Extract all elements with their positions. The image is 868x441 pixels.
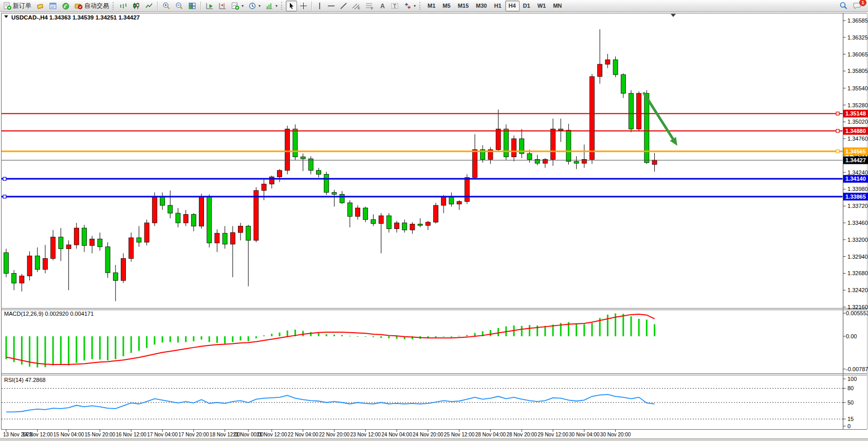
text-label-tool[interactable]: T [389,1,401,11]
bar-chart-icon [119,2,127,10]
macd-histogram-bar [638,319,640,336]
macd-histogram-bar [271,334,272,336]
macd-histogram-bar [6,336,7,359]
cursor-tool-button[interactable] [286,1,297,11]
toolbar-separator [200,2,201,10]
macd-histogram-bar [341,335,343,336]
hline-handle[interactable] [836,129,839,132]
bar-chart-button[interactable] [117,1,130,11]
timeframe-H1[interactable]: H1 [490,1,505,11]
fibonacci-icon: F [365,2,374,10]
candlestick [551,129,556,159]
macd-histogram-bar [466,335,468,336]
tile-windows-button[interactable] [186,1,198,11]
timeframe-M30[interactable]: M30 [472,1,490,11]
vertical-line-tool[interactable] [315,1,325,11]
symbol-ohlc-header: USDCAD-,H4 1.34363 1.34539 1.34251 1.344… [11,14,140,21]
channel-tool[interactable]: E [350,1,363,11]
candlestick [332,193,337,195]
candlestick [74,228,79,245]
timeframe-D1[interactable]: D1 [520,1,534,11]
data-window-button[interactable] [47,1,59,11]
timeframe-M1[interactable]: M1 [424,1,439,11]
search-button[interactable] [837,1,850,11]
new-chart-button[interactable]: ▾ [229,1,246,11]
hline-handle[interactable] [3,177,6,180]
notifications-button[interactable]: 1 [851,1,864,11]
candlestick [199,197,204,226]
timeframe-M15[interactable]: M15 [454,1,472,11]
auto-scroll-button[interactable] [204,1,216,11]
candlestick [574,161,579,163]
macd-histogram-bar [365,336,366,337]
candlestick [269,177,274,184]
timeframe-MN[interactable]: MN [549,1,565,11]
candlestick [356,208,360,216]
candlestick [395,223,399,228]
macd-histogram-bar [435,336,437,337]
chart-shift-button[interactable] [216,1,229,11]
macd-histogram-bar [240,336,242,340]
hline-handle[interactable] [3,195,6,198]
horizontal-line-tool[interactable] [325,1,337,11]
candlestick [434,205,438,222]
candlestick [238,226,243,233]
new-order-button[interactable]: 新订单 [2,1,33,11]
macd-histogram-bar [287,331,288,336]
macd-histogram-bar [193,336,194,341]
macd-histogram-bar [334,335,335,336]
price-tick-label: 1.36065 [847,51,868,57]
timeframe-label: W1 [535,3,548,9]
chart-background [0,12,868,441]
indicators-button[interactable]: ▾ [263,1,280,11]
crosshair-tool-button[interactable] [298,1,309,11]
zoom-out-button[interactable] [173,1,186,11]
window-bottom-edge [0,438,868,441]
timeframe-W1[interactable]: W1 [534,1,550,11]
hline-handle[interactable] [836,112,839,115]
candlestick [215,233,219,243]
horizontal-line-icon [327,2,335,10]
timeframe-M5[interactable]: M5 [439,1,454,11]
notification-badge: 1 [859,0,866,6]
arrows-tool[interactable]: ▾ [402,1,418,11]
periods-button[interactable]: ▾ [246,1,263,11]
signals-button[interactable] [60,1,72,11]
price-tick-label: 1.33200 [847,237,868,243]
candlestick [20,276,24,283]
text-label-icon: T [391,2,399,10]
rsi-indicator-label: RSI(14) 47.2868 [4,377,46,383]
candlestick [317,170,321,175]
macd-histogram-bar [357,336,359,337]
date-label: 24 Nov 04:00 [381,432,412,437]
timeframe-group: M1M5M15M30H1H4D1W1MN [424,1,565,11]
timeframe-H4[interactable]: H4 [505,1,520,11]
candle-chart-button[interactable] [130,1,142,11]
hline-handle[interactable] [836,150,839,153]
auto-trading-button[interactable]: 自动交易 [72,1,111,11]
macd-histogram-bar [68,336,69,366]
macd-histogram-bar [60,336,62,365]
candlestick [504,129,508,157]
candlestick [121,258,126,280]
candlestick [598,64,602,76]
macd-histogram-bar [490,330,491,336]
macd-histogram-bar [232,336,233,342]
line-chart-button[interactable] [143,1,155,11]
macd-histogram-bar [458,336,460,336]
zoom-in-button[interactable] [160,1,173,11]
toolbar-separator [311,2,312,10]
macd-histogram-bar [396,336,398,339]
market-watch-button[interactable] [34,1,46,11]
date-label: 29 Nov 12:00 [538,432,568,437]
macd-histogram-bar [544,326,546,336]
price-tick-label: 1.32940 [847,254,868,260]
price-tick-label: 1.34760 [847,136,868,142]
date-label: 30 Nov 20:00 [600,432,631,437]
macd-histogram-bar [131,336,132,353]
text-tool[interactable]: A [377,1,388,11]
fibonacci-tool[interactable]: F [363,1,376,11]
price-chart[interactable]: 1.365851.363251.360651.358051.355401.352… [0,0,868,441]
candlestick [449,197,454,204]
trendline-tool[interactable] [338,1,349,11]
